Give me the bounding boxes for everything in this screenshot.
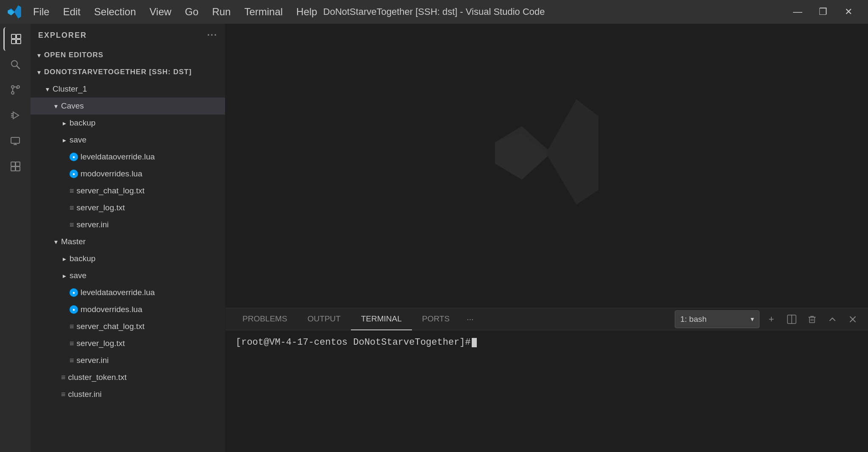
panel-actions: 1: bash ▾ +: [675, 310, 861, 328]
activity-source-control[interactable]: [3, 78, 27, 102]
sidebar-item-cluster-token[interactable]: ≡ cluster_token.txt: [31, 369, 225, 386]
vscode-logo-icon: [7, 4, 22, 20]
ini-file-icon3: ≡: [61, 390, 66, 399]
caret-open-editors: [34, 50, 44, 60]
caves-modoverrides-label: modoverrides.lua: [81, 169, 142, 179]
titlebar: File Edit Selection View Go Run Terminal…: [0, 0, 868, 24]
menu-file[interactable]: File: [27, 3, 56, 20]
terminal-session-selector[interactable]: 1: bash ▾: [675, 310, 760, 328]
svg-rect-17: [16, 167, 20, 171]
sidebar-item-master-leveldataoverride[interactable]: ● leveldataoverride.lua: [31, 284, 225, 301]
sidebar-item-caves-leveldataoverride[interactable]: ● leveldataoverride.lua: [31, 148, 225, 165]
new-terminal-button[interactable]: +: [763, 311, 780, 328]
activity-search[interactable]: [3, 53, 27, 76]
menu-help[interactable]: Help: [290, 3, 323, 20]
tab-problems[interactable]: PROBLEMS: [232, 308, 298, 330]
sidebar-item-master-server-chat-log[interactable]: ≡ server_chat_log.txt: [31, 318, 225, 335]
svg-rect-2: [11, 39, 16, 44]
sidebar-item-master[interactable]: Master: [31, 233, 225, 250]
activity-remote-explorer[interactable]: [3, 129, 27, 153]
activity-extensions[interactable]: [3, 154, 27, 178]
sidebar-item-caves[interactable]: Caves: [31, 98, 225, 114]
activity-run-debug[interactable]: [3, 103, 27, 127]
sidebar-item-caves-server-ini[interactable]: ≡ server.ini: [31, 216, 225, 233]
sidebar-more-button[interactable]: ···: [207, 30, 217, 41]
sidebar-item-master-save[interactable]: save: [31, 267, 225, 284]
window-title: DoNotStarveTogether [SSH: dst] - Visual …: [323, 6, 545, 17]
terminal-selector-chevron: ▾: [751, 315, 754, 323]
svg-rect-13: [11, 137, 19, 143]
cluster-token-label: cluster_token.txt: [68, 373, 127, 382]
sidebar-item-caves-server-log[interactable]: ≡ server_log.txt: [31, 199, 225, 216]
svg-point-6: [11, 86, 14, 88]
caves-server-log-label: server_log.txt: [77, 203, 125, 212]
master-server-ini-label: server.ini: [77, 356, 109, 365]
caret-spacer7: [59, 304, 70, 315]
svg-rect-3: [17, 39, 21, 44]
activity-explorer[interactable]: [3, 27, 27, 51]
txt-file-icon5: ≡: [61, 373, 66, 382]
split-terminal-button[interactable]: [783, 311, 800, 328]
terminal-prompt-text: [root@VM-4-17-centos DoNotStarveTogether…: [236, 337, 471, 348]
sidebar-item-caves-modoverrides[interactable]: ● modoverrides.lua: [31, 165, 225, 182]
tab-output[interactable]: OUTPUT: [298, 308, 351, 330]
menu-terminal[interactable]: Terminal: [238, 3, 289, 20]
master-label: Master: [61, 237, 86, 246]
sidebar-header: EXPLORER ···: [31, 24, 225, 47]
svg-rect-16: [11, 167, 15, 171]
menu-selection[interactable]: Selection: [88, 3, 142, 20]
txt-file-icon: ≡: [70, 187, 74, 195]
caret-spacer6: [59, 287, 70, 298]
minimize-button[interactable]: —: [785, 0, 810, 24]
sidebar-item-cluster1[interactable]: Cluster_1: [31, 81, 225, 98]
kill-terminal-button[interactable]: [804, 311, 821, 328]
close-panel-button[interactable]: [844, 311, 861, 328]
caret-spacer: [59, 152, 70, 162]
terminal-prompt-line: [root@VM-4-17-centos DoNotStarveTogether…: [236, 337, 858, 348]
ini-file-icon: ≡: [70, 220, 74, 229]
sidebar-item-cluster-ini[interactable]: ≡ cluster.ini: [31, 386, 225, 403]
txt-file-icon3: ≡: [70, 322, 74, 331]
sidebar-item-caves-save[interactable]: save: [31, 131, 225, 148]
caret-spacer12: [51, 389, 61, 399]
terminal-cursor: [472, 338, 477, 347]
svg-rect-19: [16, 162, 20, 166]
tab-ports[interactable]: PORTS: [412, 308, 460, 330]
maximize-button[interactable]: ❐: [810, 0, 836, 24]
menu-go[interactable]: Go: [179, 3, 204, 20]
terminal-content[interactable]: [root@VM-4-17-centos DoNotStarveTogether…: [225, 330, 868, 452]
panel-tab-more-button[interactable]: ···: [462, 314, 479, 324]
lua-file-icon2: ●: [70, 170, 78, 178]
caves-server-ini-label: server.ini: [77, 220, 109, 229]
sidebar-item-master-server-ini[interactable]: ≡ server.ini: [31, 352, 225, 369]
caves-backup-label: backup: [70, 118, 95, 128]
menu-edit[interactable]: Edit: [57, 3, 86, 20]
panel-tabs: PROBLEMS OUTPUT TERMINAL PORTS ··· 1: ba…: [225, 308, 868, 330]
master-leveldataoverride-label: leveldataoverride.lua: [81, 288, 155, 297]
caret-spacer5: [59, 220, 70, 230]
close-button[interactable]: ✕: [836, 0, 861, 24]
sidebar-item-master-server-log[interactable]: ≡ server_log.txt: [31, 335, 225, 352]
caret-caves: [51, 101, 61, 111]
master-server-chat-log-label: server_chat_log.txt: [77, 322, 145, 331]
sidebar-item-open-editors[interactable]: OPEN EDITORS: [31, 47, 225, 64]
window-controls: — ❐ ✕: [785, 0, 861, 24]
cluster-ini-label: cluster.ini: [68, 390, 102, 399]
svg-rect-22: [810, 317, 815, 323]
sidebar-item-master-modoverrides[interactable]: ● modoverrides.lua: [31, 301, 225, 318]
project-root-label: DONOTSTARVETOGETHER [SSH: DST]: [44, 68, 192, 76]
maximize-panel-button[interactable]: [824, 311, 841, 328]
sidebar-item-master-backup[interactable]: backup: [31, 250, 225, 267]
sidebar-item-caves-server-chat-log[interactable]: ≡ server_chat_log.txt: [31, 182, 225, 199]
menu-view[interactable]: View: [144, 3, 178, 20]
svg-marker-9: [13, 112, 19, 119]
svg-rect-0: [11, 34, 16, 39]
sidebar-item-caves-backup[interactable]: backup: [31, 114, 225, 131]
sidebar-item-project-root[interactable]: DONOTSTARVETOGETHER [SSH: DST]: [31, 64, 225, 81]
caret-project: [34, 67, 44, 77]
svg-rect-1: [17, 34, 21, 39]
menu-run[interactable]: Run: [206, 3, 236, 20]
tab-terminal[interactable]: TERMINAL: [351, 308, 412, 330]
caves-server-chat-log-label: server_chat_log.txt: [77, 186, 145, 195]
master-modoverrides-label: modoverrides.lua: [81, 305, 142, 314]
